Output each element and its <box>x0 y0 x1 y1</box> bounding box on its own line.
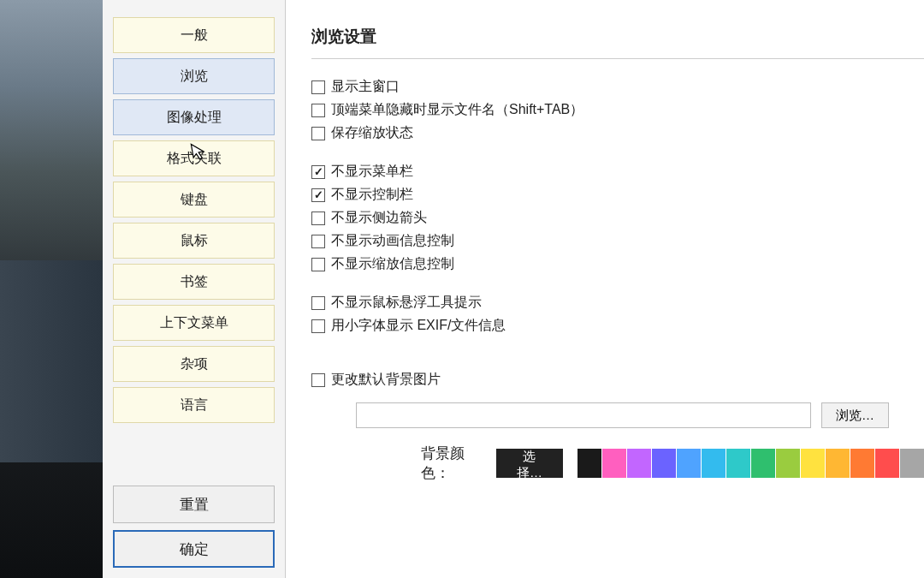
nav-general[interactable]: 一般 <box>113 17 275 53</box>
checkbox-label: 保存缩放状态 <box>331 124 413 142</box>
nav-image-processing[interactable]: 图像处理 <box>113 99 275 135</box>
color-swatch-6[interactable] <box>726 449 750 478</box>
checkbox-label: 显示主窗口 <box>331 78 400 96</box>
color-swatch-7[interactable] <box>751 449 775 478</box>
desktop-background <box>0 0 103 578</box>
checkbox-label: 不显示鼠标悬浮工具提示 <box>331 294 482 312</box>
sidebar: 一般 浏览 图像处理 格式关联 键盘 鼠标 书签 上下文菜单 杂项 语言 重置 … <box>103 0 286 578</box>
checkbox-small-font-exif[interactable] <box>311 319 325 333</box>
browse-button[interactable]: 浏览… <box>821 402 889 428</box>
nav-browse[interactable]: 浏览 <box>113 58 275 94</box>
nav-mouse[interactable]: 鼠标 <box>113 223 275 259</box>
checkbox-label: 不显示菜单栏 <box>331 163 413 181</box>
color-swatch-13[interactable] <box>900 449 924 478</box>
color-swatch-5[interactable] <box>702 449 726 478</box>
color-swatch-11[interactable] <box>850 449 874 478</box>
color-swatch-1[interactable] <box>602 449 626 478</box>
checkbox-hide-hover-tooltip[interactable] <box>311 296 325 310</box>
nav-language[interactable]: 语言 <box>113 387 275 423</box>
checkbox-save-zoom-state[interactable] <box>311 127 325 140</box>
main-panel: 浏览设置 显示主窗口 顶端菜单隐藏时显示文件名（Shift+TAB） 保存缩放状… <box>286 0 924 578</box>
checkbox-label: 不显示控制栏 <box>331 186 413 204</box>
checkbox-label: 不显示缩放信息控制 <box>331 255 454 273</box>
color-swatch-3[interactable] <box>652 449 676 478</box>
nav-keyboard[interactable]: 键盘 <box>113 182 275 217</box>
divider <box>311 58 924 59</box>
checkbox-hide-anim-info[interactable] <box>311 235 325 248</box>
color-swatch-8[interactable] <box>776 449 800 478</box>
checkbox-hide-menubar[interactable] <box>311 165 325 179</box>
ok-button[interactable]: 确定 <box>113 530 275 568</box>
nav-misc[interactable]: 杂项 <box>113 346 275 382</box>
checkbox-hide-side-arrows[interactable] <box>311 212 325 225</box>
color-swatch-12[interactable] <box>875 449 899 478</box>
nav-context-menu[interactable]: 上下文菜单 <box>113 305 275 341</box>
reset-button[interactable]: 重置 <box>113 486 275 523</box>
color-swatch-0[interactable] <box>578 449 601 478</box>
checkbox-change-default-bg[interactable] <box>311 373 325 387</box>
checkbox-hide-controlbar[interactable] <box>311 188 325 202</box>
bg-color-label: 背景颜色： <box>421 444 483 483</box>
color-swatch-10[interactable] <box>826 449 850 478</box>
nav-bookmarks[interactable]: 书签 <box>113 264 275 300</box>
checkbox-label: 更改默认背景图片 <box>331 371 441 389</box>
checkbox-show-filename-when-menu-hidden[interactable] <box>311 104 325 117</box>
color-swatch-9[interactable] <box>801 449 825 478</box>
preferences-dialog: 一般 浏览 图像处理 格式关联 键盘 鼠标 书签 上下文菜单 杂项 语言 重置 … <box>103 0 924 578</box>
checkbox-show-main-window[interactable] <box>311 80 325 94</box>
color-swatch-2[interactable] <box>627 449 651 478</box>
bg-image-path-input[interactable] <box>356 402 811 428</box>
checkbox-label: 用小字体显示 EXIF/文件信息 <box>331 317 506 335</box>
checkbox-label: 不显示侧边箭头 <box>331 209 427 227</box>
checkbox-label: 不显示动画信息控制 <box>331 232 454 250</box>
nav-format-assoc[interactable]: 格式关联 <box>113 140 275 176</box>
checkbox-label: 顶端菜单隐藏时显示文件名（Shift+TAB） <box>331 101 583 119</box>
choose-color-button[interactable]: 选择… <box>496 449 563 478</box>
color-swatches <box>577 449 924 478</box>
checkbox-hide-zoom-info[interactable] <box>311 258 325 271</box>
color-swatch-4[interactable] <box>677 449 701 478</box>
section-title: 浏览设置 <box>311 26 924 48</box>
